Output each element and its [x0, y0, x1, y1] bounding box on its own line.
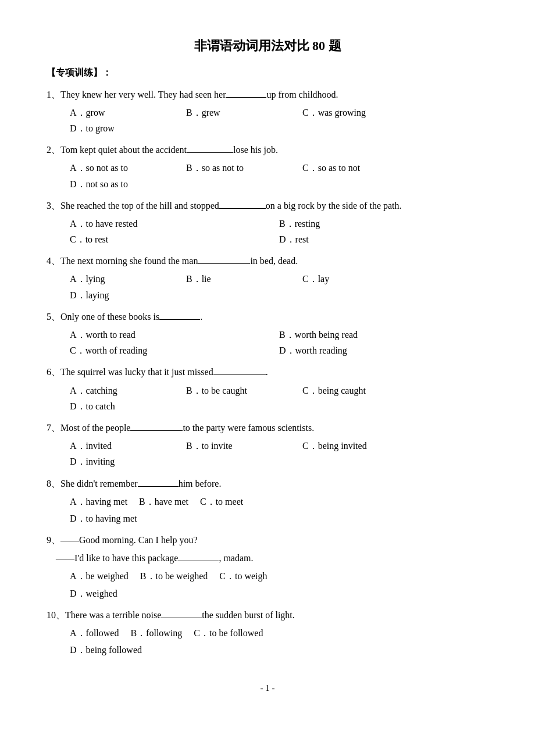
option-8-0: A．having met [70, 497, 127, 507]
option-9-3: D．weighed [70, 589, 117, 598]
option-6-1: B．to be caught [186, 383, 291, 398]
option-4-0: A．lying [70, 271, 174, 287]
option-5-1: B．worth being read [279, 327, 488, 343]
questions-container: 1、They knew her very well. They had seen… [47, 87, 488, 658]
question-text-7: 7、Most of the peopleto the party were fa… [47, 420, 488, 436]
option-10-2: C．to be followed [194, 628, 263, 638]
option-8-2: C．to meet [200, 497, 243, 507]
options-row2-9: D．weighed [70, 586, 488, 601]
question-text-9: 9、——Good morning. Can I help you? [47, 532, 488, 548]
option-5-3: D．worth reading [279, 343, 488, 358]
option-8-3: D．to having met [70, 513, 137, 523]
options-row-1: A．growB．grewC．was growingD．to grow [70, 105, 488, 136]
option-5-2: C．worth of reading [70, 343, 279, 358]
page-title: 非谓语动词用法对比 80 题 [47, 35, 488, 56]
options-row-9: A．be weighedB．to be weighedC．to weigh [70, 568, 488, 584]
option-3-2: C．to rest [70, 231, 279, 247]
question-text-6: 6、The squirrel was lucky that it just mi… [47, 364, 488, 380]
option-2-1: B．so as not to [186, 160, 291, 176]
page-number: - 1 - [47, 681, 488, 696]
option-6-2: C．being caught [302, 383, 407, 398]
question-text-8: 8、She didn't rememberhim before. [47, 476, 488, 491]
option-6-0: A．catching [70, 383, 174, 398]
option-7-2: C．being invited [302, 438, 407, 454]
question-text-4: 4、The next morning she found the manin b… [47, 253, 488, 269]
option-2-2: C．so as to not [302, 160, 407, 176]
question-text2-9: ——I'd like to have this package, madam. [47, 550, 488, 566]
options-row-8: A．having metB．have metC．to meet [70, 494, 488, 509]
question-text-1: 1、They knew her very well. They had seen… [47, 87, 488, 102]
option-4-3: D．laying [70, 287, 174, 303]
option-8-1: B．have met [139, 497, 188, 507]
option-9-1: B．to be weighed [140, 571, 208, 581]
options-row2-10: D．being followed [70, 642, 488, 658]
options-row2-8: D．to having met [70, 511, 488, 526]
section-header: 【专项训练】： [47, 65, 488, 80]
question-1: 1、They knew her very well. They had seen… [47, 87, 488, 137]
option-1-2: C．was growing [302, 105, 407, 120]
option-10-0: A．followed [70, 628, 119, 638]
option-7-3: D．inviting [70, 454, 174, 469]
question-8: 8、She didn't rememberhim before.A．having… [47, 476, 488, 527]
question-5: 5、Only one of these books is.A．worth to … [47, 309, 488, 359]
option-4-2: C．lay [302, 271, 407, 287]
options-row-7: A．invitedB．to inviteC．being invitedD．inv… [70, 438, 488, 469]
option-1-0: A．grow [70, 105, 174, 120]
question-3: 3、She reached the top of the hill and st… [47, 198, 488, 248]
options-row-2: A．so not as toB．so as not toC．so as to n… [70, 160, 488, 191]
option-1-3: D．to grow [70, 120, 174, 136]
option-2-3: D．not so as to [70, 176, 174, 192]
question-7: 7、Most of the peopleto the party were fa… [47, 420, 488, 470]
question-text-3: 3、She reached the top of the hill and st… [47, 198, 488, 213]
options-row-10: A．followedB．followingC．to be followed [70, 625, 488, 641]
option-7-0: A．invited [70, 438, 174, 454]
option-5-0: A．worth to read [70, 327, 279, 343]
question-2: 2、Tom kept quiet about the accidentlose … [47, 142, 488, 192]
question-10: 10、There was a terrible noisethe sudden … [47, 607, 488, 658]
option-10-3: D．being followed [70, 645, 142, 655]
question-text-2: 2、Tom kept quiet about the accidentlose … [47, 142, 488, 158]
option-10-1: B．following [130, 628, 182, 638]
options-2col-3: A．to have restedB．restingC．to restD．rest [70, 216, 488, 247]
options-2col-5: A．worth to readB．worth being readC．worth… [70, 327, 488, 358]
option-2-0: A．so not as to [70, 160, 174, 176]
options-row-4: A．lyingB．lieC．layD．laying [70, 271, 488, 302]
option-7-1: B．to invite [186, 438, 291, 454]
question-9: 9、——Good morning. Can I help you? ——I'd … [47, 532, 488, 601]
option-9-2: C．to weigh [219, 571, 267, 581]
question-text-5: 5、Only one of these books is. [47, 309, 488, 324]
question-6: 6、The squirrel was lucky that it just mi… [47, 364, 488, 414]
option-3-3: D．rest [279, 231, 488, 247]
option-9-0: A．be weighed [70, 571, 129, 581]
option-6-3: D．to catch [70, 398, 174, 414]
option-4-1: B．lie [186, 271, 291, 287]
option-1-1: B．grew [186, 105, 291, 120]
option-3-1: B．resting [279, 216, 488, 231]
options-row-6: A．catchingB．to be caughtC．being caughtD．… [70, 383, 488, 414]
option-3-0: A．to have rested [70, 216, 279, 231]
question-4: 4、The next morning she found the manin b… [47, 253, 488, 303]
question-text-10: 10、There was a terrible noisethe sudden … [47, 607, 488, 623]
